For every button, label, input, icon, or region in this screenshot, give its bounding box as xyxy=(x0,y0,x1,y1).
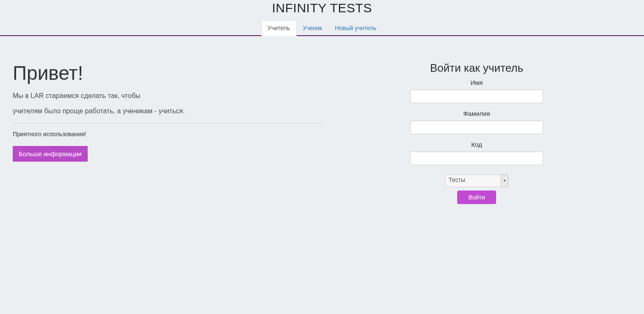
tab-student[interactable]: Ученик xyxy=(297,20,329,36)
name-input[interactable] xyxy=(410,90,543,103)
intro-line-2: учителям было проще работать, а ученикам… xyxy=(13,107,322,115)
greeting-heading: Привет! xyxy=(13,62,322,84)
login-panel: Войти как учитель Имя Фамилия Код Тесты … xyxy=(322,62,631,204)
divider xyxy=(13,123,322,123)
site-title: INFINITY TESTS xyxy=(0,1,644,15)
mode-select-toggle[interactable] xyxy=(501,174,508,187)
code-label: Код xyxy=(410,141,543,148)
mode-select[interactable]: Тесты xyxy=(445,174,501,187)
login-button[interactable]: Войти xyxy=(457,191,496,204)
farewell-text: Приятного использования! xyxy=(13,131,322,137)
intro-line-1: Мы в LAR стараемся сделать так, чтобы xyxy=(13,92,322,100)
code-input[interactable] xyxy=(410,151,543,165)
tab-new-teacher[interactable]: Новый учитель xyxy=(328,20,383,36)
tabs-bar: Учитель Ученик Новый учитель xyxy=(0,20,644,36)
tab-teacher[interactable]: Учитель xyxy=(261,20,297,36)
surname-input[interactable] xyxy=(410,121,543,134)
login-title: Войти как учитель xyxy=(430,62,523,75)
name-label: Имя xyxy=(410,79,543,86)
more-info-button[interactable]: Больше информации xyxy=(13,146,88,162)
mode-select-wrap: Тесты xyxy=(445,174,508,187)
chevron-down-icon xyxy=(503,180,506,182)
welcome-panel: Привет! Мы в LAR стараемся сделать так, … xyxy=(13,62,322,204)
surname-label: Фамилия xyxy=(410,110,543,117)
